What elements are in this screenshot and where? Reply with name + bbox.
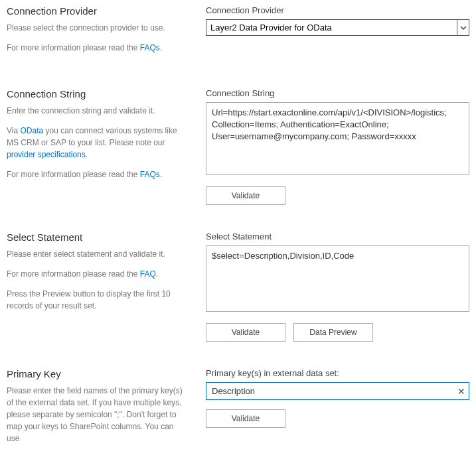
- link-faqs-1[interactable]: FAQs: [140, 43, 160, 52]
- validate-select-button[interactable]: Validate: [206, 323, 285, 342]
- section-primary-key: Primary Key Please enter the field names…: [7, 368, 469, 452]
- desc-select-3: Press the Preview button to display the …: [7, 288, 186, 312]
- validate-primary-key-button[interactable]: Validate: [206, 409, 285, 428]
- desc-select-2: For more information please read the FAQ…: [7, 268, 186, 280]
- right-col: Select Statement Validate Data Preview: [206, 232, 469, 342]
- label-select-statement: Select Statement: [206, 232, 469, 241]
- data-preview-button[interactable]: Data Preview: [293, 323, 373, 342]
- link-odata[interactable]: OData: [20, 126, 43, 135]
- section-connection-string: Connection String Enter the connection s…: [7, 88, 469, 205]
- label-connection-provider: Connection Provider: [206, 5, 469, 15]
- select-connection-provider-wrap: Layer2 Data Provider for OData: [206, 19, 469, 36]
- right-col: Connection Provider Layer2 Data Provider…: [206, 5, 469, 62]
- heading-select-statement: Select Statement: [7, 232, 186, 243]
- desc-conn-string-3: For more information please read the FAQ…: [7, 168, 186, 180]
- desc-select-1: Please enter select statement and valida…: [7, 248, 186, 260]
- label-primary-key: Primary key(s) in external data set:: [206, 368, 469, 378]
- btn-row-pk: Validate: [206, 409, 469, 428]
- desc-connection-provider-2: For more information please read the FAQ…: [7, 42, 186, 54]
- link-faq-3[interactable]: FAQ: [140, 269, 156, 279]
- primary-key-input-wrap: ✕: [206, 382, 469, 400]
- btn-row-conn: Validate: [206, 186, 469, 205]
- left-col: Primary Key Please enter the field names…: [7, 368, 206, 452]
- left-col: Connection Provider Please select the co…: [7, 5, 206, 62]
- btn-row-select: Validate Data Preview: [206, 323, 469, 342]
- desc-connection-provider-1: Please select the connection provider to…: [7, 22, 186, 34]
- desc-conn-string-2: Via OData you can connect various system…: [7, 125, 186, 161]
- primary-key-input[interactable]: [206, 382, 469, 400]
- right-col: Connection String Validate: [206, 88, 469, 205]
- desc-conn-string-1: Enter the connection string and validate…: [7, 105, 186, 117]
- label-connection-string: Connection String: [206, 88, 469, 98]
- textarea-select-statement[interactable]: [206, 245, 469, 312]
- link-provider-specs[interactable]: provider specifications: [7, 150, 86, 159]
- validate-connection-button[interactable]: Validate: [206, 186, 285, 205]
- select-connection-provider[interactable]: Layer2 Data Provider for OData: [206, 20, 469, 35]
- section-select-statement: Select Statement Please enter select sta…: [7, 232, 469, 342]
- desc-primary-key: Please enter the field names of the prim…: [7, 385, 186, 444]
- left-col: Select Statement Please enter select sta…: [7, 232, 206, 342]
- heading-connection-provider: Connection Provider: [7, 5, 186, 17]
- section-connection-provider: Connection Provider Please select the co…: [7, 5, 469, 62]
- right-col: Primary key(s) in external data set: ✕ V…: [206, 368, 469, 452]
- textarea-connection-string[interactable]: [206, 102, 469, 175]
- left-col: Connection String Enter the connection s…: [7, 88, 206, 205]
- clear-icon[interactable]: ✕: [457, 387, 465, 396]
- heading-connection-string: Connection String: [7, 88, 186, 100]
- link-faqs-2[interactable]: FAQs: [140, 170, 160, 179]
- heading-primary-key: Primary Key: [7, 368, 186, 379]
